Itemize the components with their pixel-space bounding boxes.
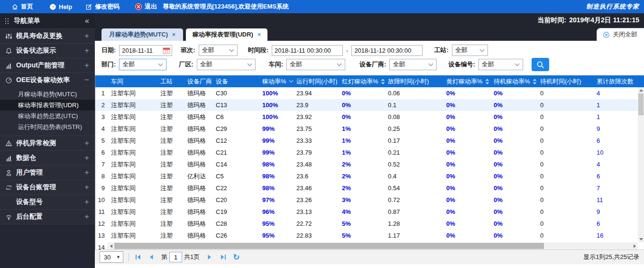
sidebar-item[interactable]: 运行时间趋势表(RSTR) <box>0 121 95 132</box>
column-header[interactable]: 故障时间(小时) <box>385 77 443 86</box>
timespan-label: 时间段: <box>248 46 268 55</box>
table-row[interactable]: 12注塑车间注塑德玛格C2895%22.725%1.280%0%06 <box>95 218 638 230</box>
first-page-button[interactable] <box>134 253 142 261</box>
vertical-scroll-thumb[interactable] <box>638 93 644 115</box>
table-row[interactable]: 1注塑车间注塑德玛格C30100%23.940%0.060%0%04 <box>95 87 638 99</box>
cell: 0% <box>490 173 537 180</box>
table-row[interactable]: 9注塑车间注塑德玛格C2298%23.462%0.540%0%07 <box>95 182 638 194</box>
minus-icon[interactable]: − <box>84 75 89 85</box>
horizontal-scroll-thumb[interactable] <box>114 243 544 249</box>
table-row[interactable]: 10注塑车间注塑德玛格C2097%23.263%0.720%0%011 <box>95 194 638 206</box>
sidebar-group-0[interactable]: 模具寿命及更换+ <box>0 28 95 43</box>
prev-page-button[interactable] <box>147 253 155 261</box>
search-button[interactable] <box>532 58 549 71</box>
table-row[interactable]: 5注塑车间注塑德玛格C1299%23.331%0.170%0%06 <box>95 135 638 147</box>
column-header[interactable]: 黄灯稼动率% <box>443 77 490 86</box>
device-select[interactable]: 全部 <box>478 59 523 70</box>
sidebar-group-9[interactable]: 后台配置+ <box>0 209 95 224</box>
page-size-select[interactable]: 30 ▼ <box>100 251 123 263</box>
table-row[interactable]: 7注塑车间注塑德玛格C1498%23.482%0.520%0%04 <box>95 158 638 170</box>
plus-icon[interactable]: + <box>84 31 89 41</box>
plus-icon[interactable]: + <box>84 61 89 70</box>
workshop-select[interactable]: 全部 <box>286 59 345 70</box>
table-row[interactable]: 6注塑车间注塑德玛格C2199%23.791%0.210%0%010 <box>95 147 638 158</box>
column-label: 累计故障次数 <box>597 77 634 86</box>
scroll-left-icon[interactable] <box>108 242 114 250</box>
column-header[interactable]: 红灯稼动率% <box>339 77 385 86</box>
plus-icon[interactable]: + <box>84 139 89 148</box>
table-row[interactable]: 8注塑车间注塑亿利达C598%23.62%0.40%0%06 <box>95 170 638 182</box>
sidebar-group-7[interactable]: 设备台账管理+ <box>0 180 95 194</box>
page-number-input[interactable] <box>169 252 182 262</box>
column-header[interactable]: 设备厂商 <box>184 77 212 86</box>
time-to-input[interactable] <box>351 45 423 56</box>
column-header[interactable]: 车间 <box>108 77 157 86</box>
table-row[interactable]: 4注塑车间注塑德玛格C2999%23.751%0.250%0%09 <box>95 123 638 135</box>
tab-udr[interactable]: 稼动率报表管理(UDR) × <box>186 28 267 41</box>
scroll-up-icon[interactable] <box>638 87 644 93</box>
sidebar-group-2[interactable]: Output产能管理+ <box>0 58 95 73</box>
shift-select[interactable]: 全部 <box>199 45 238 56</box>
cell: 德玛格 <box>184 137 212 145</box>
plus-icon[interactable]: + <box>84 153 89 163</box>
vendor-value: 全部 <box>393 60 405 69</box>
column-header[interactable]: 工站 <box>157 77 184 86</box>
tab-close-icon[interactable]: × <box>172 31 175 38</box>
cell: 0% <box>490 90 537 97</box>
column-header[interactable]: 设备 <box>212 77 259 86</box>
sidebar-group-8[interactable]: 设备型号+ <box>0 194 95 209</box>
sidebar-item[interactable]: 稼动率报表管理(UDR) <box>0 100 95 111</box>
table-row[interactable]: 13注塑车间注塑德玛格C2695%22.835%1.170%0%016 <box>95 230 638 241</box>
plus-icon[interactable]: + <box>84 183 89 192</box>
sidebar-item[interactable]: 稼动率趋势总览(UTC) <box>0 111 95 121</box>
table-row[interactable]: 3注塑车间注塑德玛格C6100%23.920%0.080%0%01 <box>95 111 638 123</box>
help-button[interactable]: ? Help <box>49 3 72 10</box>
sidebar-group-3[interactable]: OEE设备稼动效率− <box>0 73 95 87</box>
last-page-button[interactable] <box>219 253 227 261</box>
cell: 0% <box>443 149 490 156</box>
column-header[interactable]: 稼动率% <box>259 77 293 86</box>
calendar-icon[interactable]: 17 <box>163 47 170 54</box>
next-page-button[interactable] <box>206 253 213 261</box>
plus-icon[interactable]: + <box>84 197 89 207</box>
dept-select[interactable]: 全部 <box>119 59 166 70</box>
logout-button[interactable]: 退出 <box>135 2 157 11</box>
plus-icon[interactable]: + <box>84 46 89 55</box>
cell: C12 <box>212 137 259 144</box>
table-row[interactable]: 11注塑车间注塑德玛格C1996%23.134%0.870%0%09 <box>95 206 638 218</box>
cell: 99% <box>259 137 293 144</box>
vendor-select[interactable]: 全部 <box>389 59 437 70</box>
column-label: 红灯稼动率% <box>342 77 378 86</box>
tab-mutc[interactable]: 月稼动率趋势(MUTC) × <box>101 28 183 41</box>
column-header[interactable]: 累计故障次数 <box>593 77 644 86</box>
plus-icon[interactable]: + <box>84 168 89 177</box>
sidebar-group-6[interactable]: 用户管理+ <box>0 165 95 180</box>
cell: 注塑车间 <box>108 113 157 121</box>
vertical-scrollbar[interactable] <box>638 87 644 242</box>
brand-text: 制造执行系统专家 <box>586 2 639 11</box>
horizontal-scrollbar[interactable] <box>108 242 638 250</box>
collapse-sidebar-icon[interactable]: « <box>85 17 89 25</box>
refresh-icon[interactable]: ↻ <box>233 252 239 262</box>
table-row[interactable]: 2注塑车间注塑德玛格C13100%23.90%0.10%0%01 <box>95 99 638 111</box>
sidebar-group-1[interactable]: 设备状态展示+ <box>0 43 95 58</box>
plus-icon[interactable]: + <box>84 212 89 222</box>
change-password-button[interactable]: 修改密码 <box>85 2 120 11</box>
column-header[interactable]: 运行时间(小时) <box>293 77 339 86</box>
sidebar-group-5[interactable]: 数据仓+ <box>0 150 95 165</box>
close-all-button[interactable]: 关闭全部 <box>597 28 644 41</box>
cell: 注塑车间 <box>108 231 157 240</box>
time-from-input[interactable] <box>272 45 343 56</box>
station-select[interactable]: 全部 <box>452 45 488 56</box>
scroll-right-icon[interactable] <box>631 242 638 250</box>
scroll-down-icon[interactable] <box>638 236 644 242</box>
column-header[interactable]: 待机稼动率% <box>490 77 537 86</box>
column-header[interactable]: 待机时间(小时) <box>537 77 593 86</box>
plant-select[interactable]: 全部 <box>197 59 256 70</box>
sidebar-group-4[interactable]: 停机异常检测+ <box>0 136 95 150</box>
home-button[interactable]: 首页 <box>11 2 33 11</box>
column-label: 待机稼动率% <box>494 77 530 86</box>
tab-close-icon[interactable]: × <box>258 31 261 38</box>
dept-value: 全部 <box>122 60 135 69</box>
sidebar-item[interactable]: 月稼动率趋势(MUTC) <box>0 89 95 100</box>
